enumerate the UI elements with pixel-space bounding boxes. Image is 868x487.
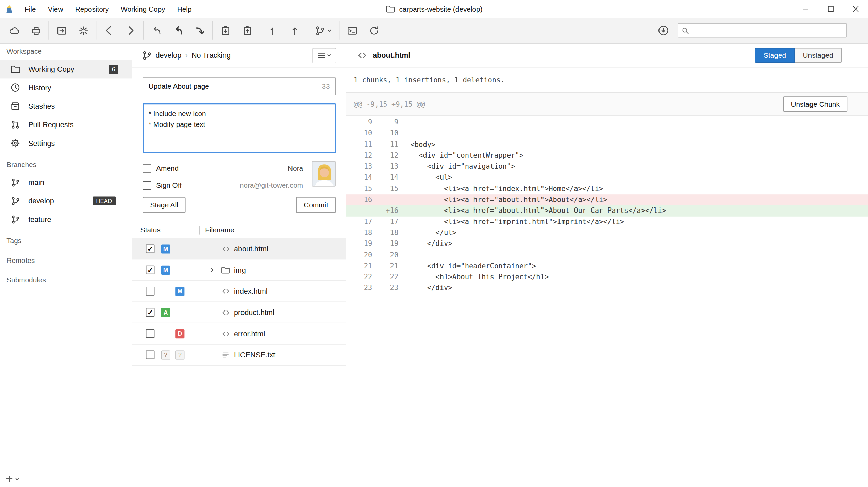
sidebar-branch-feature[interactable]: feature <box>0 210 132 229</box>
file-row-index-html[interactable]: M index.html <box>132 281 346 302</box>
old-line-number <box>346 205 372 216</box>
code-text <box>405 128 868 139</box>
push-button[interactable] <box>284 20 305 41</box>
updates-button[interactable] <box>652 20 674 41</box>
submodules-header: Submodules <box>0 272 132 288</box>
minimize-icon <box>802 6 808 12</box>
working-copy-count-badge: 6 <box>109 65 118 74</box>
unstaged-tab[interactable]: Unstaged <box>795 48 842 63</box>
sidebar-item-history[interactable]: History <box>0 78 132 97</box>
amend-checkbox[interactable] <box>143 164 151 173</box>
menu-help[interactable]: Help <box>171 0 198 18</box>
folder-icon <box>385 5 395 13</box>
unstage-chunk-button[interactable]: Unstage Chunk <box>783 96 847 112</box>
sidebar-item-stashes[interactable]: Stashes <box>0 97 132 115</box>
old-line-number: 11 <box>346 139 372 150</box>
commit-meta: Amend Nora Sign Off nora@git-tower.com <box>143 160 336 194</box>
add-repository-button[interactable] <box>5 475 20 483</box>
forward-button[interactable] <box>120 20 141 41</box>
app-icon <box>0 4 18 14</box>
status-column-header: Status <box>140 226 161 234</box>
file-row-img[interactable]: ✓ M img <box>132 259 346 281</box>
pull-button[interactable] <box>262 20 284 41</box>
commit-message-textarea[interactable]: * Include new icon * Modify page text <box>143 103 336 153</box>
services-button[interactable] <box>72 20 94 41</box>
tags-header: Tags <box>0 233 132 249</box>
branches-header: Branches <box>0 157 132 173</box>
hamburger-icon <box>318 52 325 58</box>
open-repository-button[interactable] <box>51 20 72 41</box>
commit-subject-input[interactable] <box>143 82 322 90</box>
new-line-number: 9 <box>372 117 405 128</box>
search-input[interactable] <box>692 27 843 35</box>
file-row-license-txt[interactable]: ? ? LICENSE.txt <box>132 345 346 366</box>
tracking-label: No Tracking <box>191 51 231 59</box>
diff-line: 2020 <box>346 250 868 261</box>
stage-checkbox[interactable] <box>146 329 155 338</box>
toolbar-separator <box>96 21 97 39</box>
diff-line: 99 <box>346 117 868 128</box>
commit-options-button[interactable] <box>312 48 336 63</box>
rebase-button[interactable] <box>167 20 189 41</box>
chevron-right-icon <box>124 24 136 36</box>
stash-button[interactable] <box>214 20 236 41</box>
staged-tab[interactable]: Staged <box>755 48 795 63</box>
sidebar-branch-main[interactable]: main <box>0 173 132 191</box>
avatar <box>312 161 336 187</box>
menu-file[interactable]: File <box>18 0 42 18</box>
menu-repository[interactable]: Repository <box>69 0 115 18</box>
signoff-checkbox[interactable] <box>143 181 151 190</box>
back-button[interactable] <box>98 20 120 41</box>
diff-line: 1010 <box>346 128 868 139</box>
file-table-header: Status Filename <box>132 222 346 238</box>
file-name: product.html <box>234 308 274 316</box>
apply-stash-button[interactable] <box>236 20 258 41</box>
stage-checkbox[interactable]: ✓ <box>146 266 155 274</box>
file-row-error-html[interactable]: D error.html <box>132 323 346 344</box>
merge-button[interactable] <box>145 20 167 41</box>
minimize-button[interactable] <box>793 0 818 18</box>
chevron-down-icon <box>326 28 332 33</box>
branch-menu-button[interactable] <box>309 20 337 41</box>
stage-checkbox[interactable]: ✓ <box>146 244 155 253</box>
code-text: <div id="contentWrapper"> <box>405 150 868 161</box>
plus-icon <box>5 475 13 483</box>
sidebar-item-working-copy[interactable]: Working Copy 6 <box>0 60 132 78</box>
close-button[interactable] <box>843 0 868 18</box>
stage-all-button[interactable]: Stage All <box>143 197 186 213</box>
commit-button[interactable]: Commit <box>296 197 336 213</box>
diff-summary-text: 1 chunks, 1 insertions, 1 deletions. <box>354 75 505 84</box>
disclosure-chevron-icon[interactable] <box>208 266 218 273</box>
sidebar-item-label: Pull Requests <box>28 120 73 129</box>
terminal-button[interactable] <box>341 20 363 41</box>
file-row-product-html[interactable]: ✓ A product.html <box>132 302 346 323</box>
new-line-number: 18 <box>372 228 405 238</box>
open-local-button[interactable] <box>25 20 47 41</box>
old-line-number: 21 <box>346 261 372 271</box>
stash-save-icon <box>220 25 231 36</box>
stage-checkbox[interactable]: ✓ <box>146 308 155 317</box>
sidebar-item-pull-requests[interactable]: Pull Requests <box>0 115 132 134</box>
maximize-button[interactable] <box>818 0 843 18</box>
file-row-about-html[interactable]: ✓ M about.html <box>132 238 346 259</box>
menu-view[interactable]: View <box>42 0 69 18</box>
code-file-icon <box>357 50 367 60</box>
clone-button[interactable] <box>3 20 25 41</box>
toolbar-separator <box>143 21 144 39</box>
menu-working-copy[interactable]: Working Copy <box>115 0 171 18</box>
file-name: img <box>234 266 246 274</box>
code-text: </div> <box>405 283 868 293</box>
stage-checkbox[interactable] <box>146 350 155 359</box>
stage-checkbox[interactable] <box>146 287 155 296</box>
sidebar-branch-develop[interactable]: develop HEAD <box>0 191 132 210</box>
head-badge: HEAD <box>92 197 116 205</box>
new-line-number: 23 <box>372 283 405 293</box>
sidebar-item-settings[interactable]: Settings <box>0 134 132 152</box>
gear-icon <box>10 138 21 148</box>
code-text: <div id="headerContainer"> <box>405 261 868 271</box>
cherry-pick-button[interactable] <box>189 20 211 41</box>
code-file-icon <box>221 308 230 316</box>
status-badge-empty <box>161 329 170 338</box>
refresh-button[interactable] <box>363 20 385 41</box>
commit-actions: Stage All Commit <box>143 197 336 213</box>
